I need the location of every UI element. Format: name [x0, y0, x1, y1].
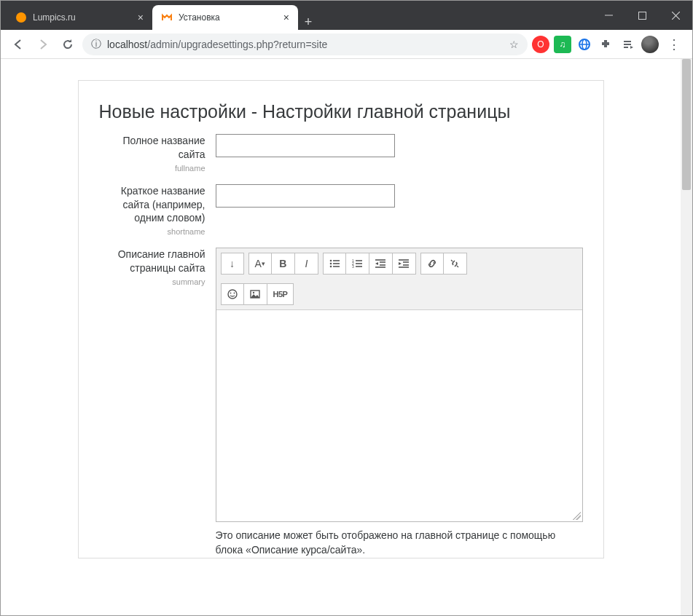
url-field[interactable]: ⓘ localhost/admin/upgradesettings.php?re…: [82, 33, 528, 55]
browser-window: Lumpics.ru × Установка × +: [0, 0, 693, 616]
toolbar-toggle-button[interactable]: ↓: [221, 253, 244, 275]
rich-text-editor: ↓ A▾ B I 123: [216, 248, 583, 522]
maximize-button[interactable]: [625, 1, 659, 30]
toolbar-image-button[interactable]: [244, 283, 267, 305]
title-bar: Lumpics.ru × Установка × +: [1, 1, 692, 30]
media-control-icon[interactable]: [619, 36, 637, 53]
favicon-lumpics: [15, 12, 27, 23]
tab-title: Lumpics.ru: [33, 12, 76, 23]
svg-point-12: [330, 260, 332, 262]
summary-description: Это описание может быть отображено на гл…: [216, 528, 583, 558]
editor-toolbar: ↓ A▾ B I 123: [216, 248, 582, 310]
toolbar-emoji-button[interactable]: [221, 283, 244, 305]
back-button[interactable]: [8, 34, 28, 55]
svg-point-16: [330, 266, 332, 268]
extension-icon-globe[interactable]: [576, 36, 593, 53]
toolbar-indent-button[interactable]: [393, 253, 416, 275]
close-icon[interactable]: ×: [138, 12, 144, 23]
site-info-icon[interactable]: ⓘ: [91, 38, 101, 51]
tab-lumpics[interactable]: Lumpics.ru ×: [7, 5, 152, 30]
window-controls: [592, 1, 692, 30]
toolbar-bold-button[interactable]: B: [272, 253, 295, 275]
url-text: localhost/admin/upgradesettings.php?retu…: [107, 39, 327, 50]
minimize-button[interactable]: [592, 1, 625, 30]
row-shortname: Краткое название сайта (например, одним …: [99, 184, 583, 238]
label-fullname: Полное название сайта fullname: [99, 134, 216, 174]
svg-line-33: [457, 266, 458, 267]
row-summary: Описание главной страницы сайта summary …: [99, 248, 583, 558]
tab-install[interactable]: Установка ×: [152, 5, 298, 30]
svg-rect-3: [638, 12, 646, 19]
address-bar: ⓘ localhost/admin/upgradesettings.php?re…: [1, 30, 692, 59]
svg-point-0: [16, 12, 26, 23]
toolbar-outdent-button[interactable]: [369, 253, 393, 275]
resize-handle-icon[interactable]: [572, 511, 581, 520]
tab-title: Установка: [179, 12, 220, 23]
extensions-button[interactable]: [598, 36, 615, 53]
toolbar-italic-button[interactable]: I: [295, 253, 318, 275]
close-window-button[interactable]: [659, 1, 692, 30]
extension-icon-music[interactable]: ♫: [554, 36, 571, 53]
page-content: Новые настройки - Настройки главной стра…: [1, 59, 681, 615]
label-summary: Описание главной страницы сайта summary: [99, 248, 216, 558]
svg-point-14: [330, 263, 332, 265]
svg-point-34: [228, 290, 237, 299]
label-shortname: Краткое название сайта (например, одним …: [99, 184, 216, 238]
page-viewport: Новые настройки - Настройки главной стра…: [1, 59, 692, 615]
new-tab-button[interactable]: +: [298, 15, 318, 30]
toolbar-paragraph-button[interactable]: A▾: [248, 253, 272, 275]
vertical-scrollbar[interactable]: [681, 59, 692, 615]
svg-text:3: 3: [352, 264, 354, 269]
row-fullname: Полное название сайта fullname: [99, 134, 583, 174]
scrollbar-thumb[interactable]: [682, 59, 691, 190]
svg-line-32: [451, 260, 453, 261]
menu-button[interactable]: ⋮: [663, 36, 685, 52]
extension-icon-1[interactable]: O: [532, 36, 549, 53]
editor-textarea[interactable]: [216, 310, 582, 521]
page-heading: Новые настройки - Настройки главной стра…: [99, 101, 583, 122]
bookmark-star-icon[interactable]: ☆: [509, 39, 519, 50]
close-icon[interactable]: ×: [283, 12, 289, 23]
favicon-moodle: [161, 12, 173, 23]
profile-avatar[interactable]: [641, 36, 659, 53]
svg-point-35: [230, 293, 231, 294]
toolbar-h5p-button[interactable]: H5P: [267, 283, 294, 305]
input-shortname[interactable]: [216, 184, 395, 208]
svg-point-36: [233, 293, 235, 294]
toolbar-link-button[interactable]: [420, 253, 444, 275]
input-fullname[interactable]: [216, 134, 395, 157]
toolbar-ol-button[interactable]: 123: [346, 253, 369, 275]
settings-panel: Новые настройки - Настройки главной стра…: [79, 81, 603, 558]
reload-button[interactable]: [58, 34, 78, 55]
forward-button[interactable]: [33, 34, 53, 55]
svg-point-38: [253, 292, 254, 293]
toolbar-unlink-button[interactable]: [444, 253, 467, 275]
toolbar-ul-button[interactable]: [323, 253, 346, 275]
tabs-strip: Lumpics.ru × Установка × +: [1, 1, 592, 30]
